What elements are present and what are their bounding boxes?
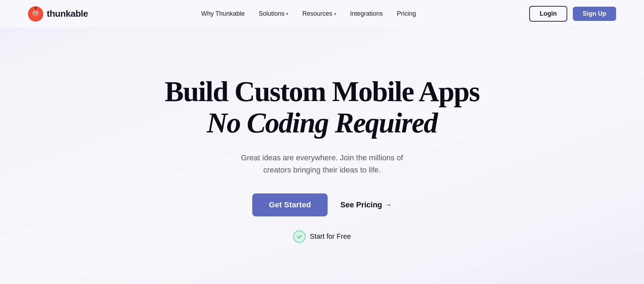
resources-chevron-icon: ▾ <box>334 11 336 16</box>
hero-cta-group: Get Started See Pricing → <box>252 193 392 216</box>
nav-links: Why Thunkable Solutions ▾ Resources ▾ In… <box>201 10 416 17</box>
hero-title-line1: Build Custom Mobile Apps <box>165 76 479 107</box>
free-badge: Start for Free <box>293 230 351 243</box>
nav-auth-buttons: Login Sign Up <box>529 6 616 22</box>
hero-title-line2: No Coding Required <box>207 107 437 139</box>
check-circle-icon <box>293 230 306 243</box>
nav-logo-group: thunkable <box>28 6 88 22</box>
signup-button[interactable]: Sign Up <box>573 7 616 21</box>
nav-pricing[interactable]: Pricing <box>397 10 416 17</box>
logo-text: thunkable <box>47 8 88 19</box>
svg-point-1 <box>32 10 39 17</box>
see-pricing-button[interactable]: See Pricing → <box>340 200 392 209</box>
solutions-chevron-icon: ▾ <box>286 11 288 16</box>
free-badge-text: Start for Free <box>310 232 351 240</box>
navbar: thunkable Why Thunkable Solutions ▾ Reso… <box>0 0 644 28</box>
login-button[interactable]: Login <box>529 6 567 22</box>
pricing-arrow-icon: → <box>385 201 392 209</box>
svg-point-4 <box>34 13 35 14</box>
get-started-button[interactable]: Get Started <box>252 193 328 216</box>
hero-section: Build Custom Mobile Apps No Coding Requi… <box>0 28 644 284</box>
nav-integrations[interactable]: Integrations <box>350 10 383 17</box>
thunkable-logo-icon <box>28 6 43 22</box>
svg-point-5 <box>37 13 38 14</box>
nav-why-thunkable[interactable]: Why Thunkable <box>201 10 245 17</box>
nav-resources[interactable]: Resources ▾ <box>302 10 336 17</box>
hero-subtitle: Great ideas are everywhere. Join the mil… <box>231 152 413 176</box>
svg-point-7 <box>35 7 36 8</box>
nav-solutions[interactable]: Solutions ▾ <box>259 10 288 17</box>
